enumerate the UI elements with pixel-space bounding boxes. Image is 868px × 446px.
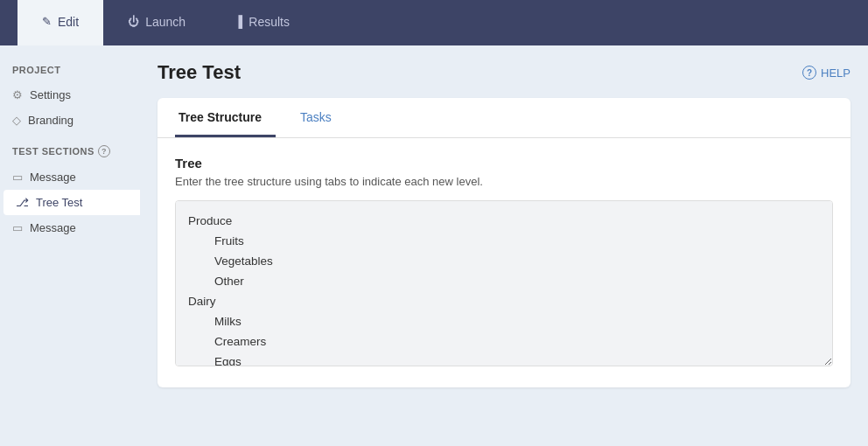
tree-textarea[interactable]: Produce Fruits Vegetables Other Dairy Mi… <box>175 200 833 366</box>
branding-label: Branding <box>28 114 74 127</box>
tab-launch-label: Launch <box>145 15 186 29</box>
main-layout: PROJECT ⚙ Settings ◇ Branding TEST SECTI… <box>0 45 868 446</box>
page-header: Tree Test ? HELP <box>158 61 850 84</box>
message-1-icon: ▭ <box>12 171 23 184</box>
tab-edit[interactable]: ✎ Edit <box>18 0 103 45</box>
tab-edit-label: Edit <box>58 15 79 29</box>
tab-results-label: Results <box>248 15 290 29</box>
sidebar-item-message-2[interactable]: ▭ Message <box>0 215 140 240</box>
tab-tasks[interactable]: Tasks <box>297 98 346 137</box>
sidebar-item-tree-test[interactable]: ⎇ Tree Test <box>4 190 140 215</box>
tab-tree-structure[interactable]: Tree Structure <box>175 98 276 137</box>
project-section-label: PROJECT <box>0 65 140 82</box>
tab-launch[interactable]: ⏻ Launch <box>103 0 210 45</box>
card: Tree Structure Tasks Tree Enter the tree… <box>158 98 850 387</box>
sidebar-item-branding[interactable]: ◇ Branding <box>0 108 140 133</box>
sidebar: PROJECT ⚙ Settings ◇ Branding TEST SECTI… <box>0 45 140 446</box>
tree-section-title: Tree <box>175 156 833 171</box>
help-link-label: HELP <box>821 66 850 80</box>
help-link[interactable]: ? HELP <box>802 66 850 80</box>
message-2-icon: ▭ <box>12 221 23 234</box>
sidebar-item-message-1[interactable]: ▭ Message <box>0 164 140 190</box>
card-body: Tree Enter the tree structure using tabs… <box>158 138 850 387</box>
tab-results[interactable]: ▐ Results <box>210 0 314 45</box>
edit-icon: ✎ <box>42 15 52 28</box>
tree-test-icon: ⎇ <box>16 196 29 209</box>
results-icon: ▐ <box>234 15 242 28</box>
sidebar-item-settings[interactable]: ⚙ Settings <box>0 82 140 108</box>
page-title: Tree Test <box>158 61 241 84</box>
message-2-label: Message <box>30 221 76 234</box>
card-tabs: Tree Structure Tasks <box>158 98 850 138</box>
settings-label: Settings <box>30 88 71 101</box>
help-link-icon: ? <box>802 66 816 80</box>
tree-test-label: Tree Test <box>36 196 82 209</box>
settings-icon: ⚙ <box>12 88 23 101</box>
test-sections-label: TEST SECTIONS ? <box>0 145 140 164</box>
tree-section-description: Enter the tree structure using tabs to i… <box>175 175 833 188</box>
test-sections-help-icon[interactable]: ? <box>98 145 110 157</box>
launch-icon: ⏻ <box>128 15 139 28</box>
top-nav: ✎ Edit ⏻ Launch ▐ Results <box>0 0 868 45</box>
message-1-label: Message <box>30 171 76 184</box>
content-area: Tree Test ? HELP Tree Structure Tasks Tr… <box>140 45 868 446</box>
branding-icon: ◇ <box>12 114 21 127</box>
